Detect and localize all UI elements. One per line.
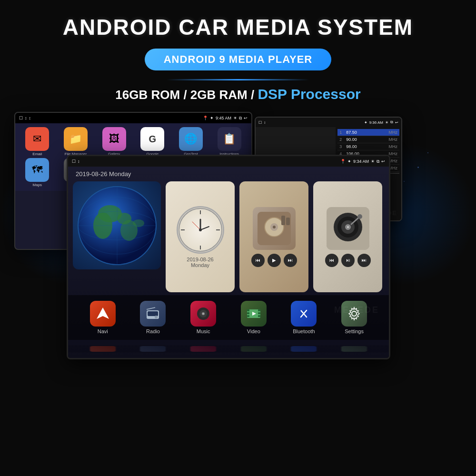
home-status-bar: ☐ ↕ ↕ 📍 ✦ 9:45 AM ☀ ⧉ ↩	[15, 113, 251, 123]
nav-bluetooth[interactable]: Bluetooth	[291, 301, 317, 334]
music-icon	[253, 207, 296, 250]
globe-svg	[77, 185, 158, 266]
music-widget: ⏮ ▶ ⏭	[239, 181, 308, 292]
specs-line: 16GB ROM / 2GB RAM / DSP Processor	[0, 86, 476, 102]
screen-main: ☐ ↕ 📍 ✦ 9:34 AM ☀ ⧉ ↩ 2019-08-26 Monday	[67, 155, 390, 359]
main-content: 2019-08-26 Monday	[68, 167, 389, 358]
svg-rect-47	[258, 309, 260, 311]
music-next[interactable]: ⏭	[284, 254, 297, 267]
clock-date: 2019-08-26Monday	[187, 257, 213, 268]
svg-point-31	[347, 226, 349, 228]
date-bar: 2019-08-26 Monday	[68, 167, 389, 181]
record-widget: ⏮ ⏯ ⏭	[313, 181, 382, 292]
app-maps[interactable]: 🗺 Maps	[19, 158, 56, 187]
app-gallery[interactable]: 🖼 Gallery	[96, 127, 132, 156]
svg-rect-48	[258, 312, 260, 314]
nav-music[interactable]: Music	[190, 301, 216, 334]
svg-point-5	[133, 219, 144, 227]
nav-radio[interactable]: Radio	[140, 301, 166, 334]
app-file-manager[interactable]: 📁 File Manager	[58, 127, 94, 156]
app-email[interactable]: ✉ Email	[19, 127, 56, 156]
music-prev[interactable]: ⏮	[251, 254, 265, 267]
preset-2[interactable]: 290.00MHz	[337, 136, 399, 143]
preset-1[interactable]: 187.50MHz	[337, 129, 399, 136]
music-controls: ⏮ ▶ ⏭	[251, 254, 297, 267]
svg-rect-44	[247, 309, 249, 311]
app-google[interactable]: G Google	[134, 127, 171, 156]
svg-point-23	[273, 226, 276, 228]
record-next[interactable]: ⏭	[357, 254, 371, 267]
record-prev[interactable]: ⏮	[325, 254, 338, 267]
preset-3[interactable]: 398.00MHz	[337, 143, 399, 150]
clock-widget: 2019-08-26Monday	[166, 181, 235, 292]
screens-container: ☐ ↕ ↕ 📍 ✦ 9:45 AM ☀ ⧉ ↩ ✉ Email 📁 Fi	[0, 112, 476, 388]
svg-point-19	[199, 228, 202, 231]
svg-point-42	[203, 313, 204, 314]
main-title: ANDROID CAR MEDIA SYSTEM	[0, 0, 476, 40]
svg-rect-24	[281, 216, 285, 225]
record-controls: ⏮ ⏯ ⏭	[325, 254, 371, 267]
svg-rect-49	[258, 315, 260, 317]
clock-svg	[178, 208, 223, 252]
record-icon	[327, 207, 369, 250]
svg-marker-34	[97, 307, 109, 319]
clock-face	[177, 206, 224, 254]
reflected-nav	[68, 345, 389, 352]
nav-video[interactable]: Video	[241, 301, 267, 334]
watermark-main: MEKEDE	[334, 305, 379, 315]
widget-area: 2019-08-26Monday	[68, 181, 389, 292]
svg-point-33	[357, 214, 362, 219]
radio-status-bar: ☐ ↕ ✦ 9:36 AM ☀ ⧉ ↩	[256, 118, 401, 127]
svg-rect-46	[247, 315, 249, 317]
divider-line	[167, 79, 309, 80]
app-gpstest[interactable]: 🌐 GpsTest	[173, 127, 209, 156]
music-play[interactable]: ▶	[268, 254, 281, 267]
subtitle-badge: ANDROID 9 MEDIA PLAYER	[145, 49, 332, 70]
svg-point-37	[155, 316, 158, 318]
globe-widget	[73, 181, 161, 269]
record-play-pause[interactable]: ⏯	[341, 254, 355, 267]
svg-rect-36	[148, 311, 158, 316]
main-status-bar: ☐ ↕ 📍 ✦ 9:34 AM ☀ ⧉ ↩	[68, 156, 389, 167]
svg-line-38	[147, 307, 155, 309]
svg-rect-45	[247, 312, 249, 314]
nav-navi[interactable]: Navi	[90, 301, 116, 334]
app-instructions[interactable]: 📋 Instructions	[211, 127, 248, 156]
svg-line-18	[192, 222, 200, 230]
svg-rect-25	[286, 218, 290, 225]
bottom-nav: Navi Radio	[68, 295, 389, 340]
